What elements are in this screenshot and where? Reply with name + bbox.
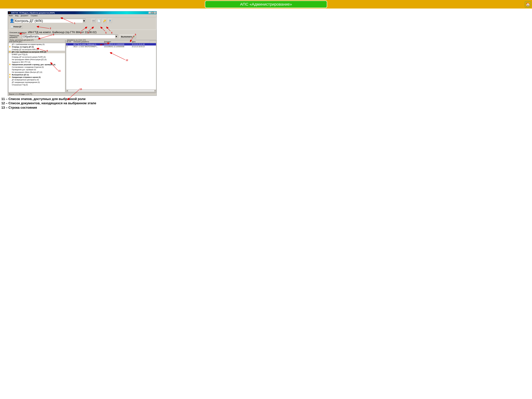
close-button[interactable]: × xyxy=(154,12,156,14)
annot-8: 8 xyxy=(53,33,54,36)
window-title: АИСТ-М - ПЗ Модуль обработки документов … xyxy=(11,12,55,14)
svg-line-3 xyxy=(89,27,93,31)
annot-6: 6 xyxy=(111,32,112,34)
svg-line-11 xyxy=(51,63,58,70)
slide-title: АПС «Администрирование» xyxy=(240,2,292,6)
svg-line-12 xyxy=(110,53,125,60)
annot-9b: 9 xyxy=(47,50,48,52)
annot-4: 4 xyxy=(88,32,89,34)
svg-line-2 xyxy=(81,27,87,31)
svg-line-5 xyxy=(107,27,110,31)
annot-11: 11 xyxy=(58,70,61,72)
annot-2: 2 xyxy=(50,27,51,30)
annot-10: 10 xyxy=(100,44,102,46)
annot-3: 3 xyxy=(80,32,81,34)
svg-line-0 xyxy=(61,18,73,23)
svg-line-4 xyxy=(101,27,105,31)
annot-5: 5 xyxy=(105,32,107,34)
slide-title-bar: АПС «Администрирование» xyxy=(205,0,327,8)
home-icon[interactable]: 🏠 xyxy=(525,1,531,7)
svg-line-7 xyxy=(20,33,25,34)
annot-12: 12 xyxy=(126,59,128,61)
minimize-button[interactable]: _ xyxy=(149,12,151,14)
annot-9: 9 xyxy=(135,33,136,36)
maximize-button[interactable] xyxy=(151,12,154,14)
svg-line-1 xyxy=(37,27,49,28)
svg-line-8 xyxy=(130,35,134,42)
app-icon: ⇄ xyxy=(8,12,11,14)
annot-13: 13 xyxy=(80,88,82,90)
annot-1: 1 xyxy=(74,22,75,25)
svg-line-13 xyxy=(68,90,79,100)
scroll-right-icon[interactable]: ▸ xyxy=(154,90,156,92)
svg-line-10 xyxy=(37,48,46,51)
svg-line-9 xyxy=(101,43,109,45)
svg-line-6 xyxy=(38,35,52,39)
